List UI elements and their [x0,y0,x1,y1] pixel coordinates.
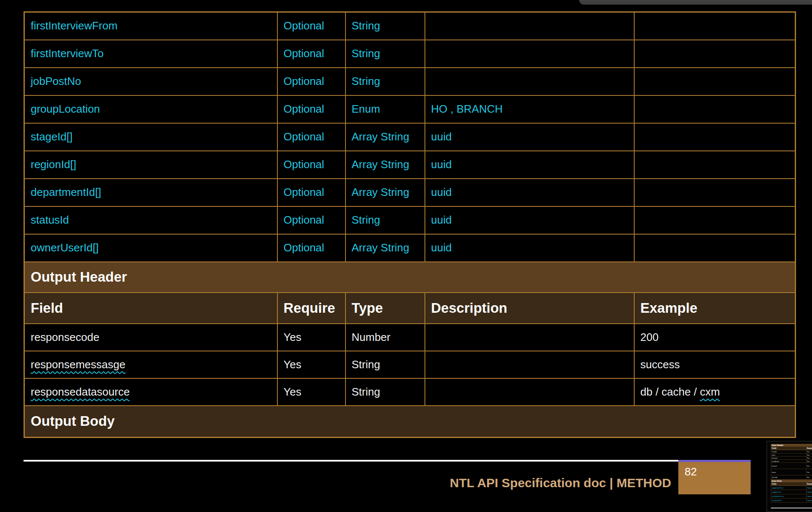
example-cell: 200 [634,324,796,351]
example-cell [634,234,796,262]
thumbnail-value: Require [806,482,812,486]
require-cell: Optional [277,151,345,179]
thumbnail-header-row: FieldRequire [771,446,812,450]
field-cell: firstInterviewFrom [24,12,277,40]
field-cell: statusId [24,206,277,234]
type-cell: Array String [345,123,425,151]
description-cell: HO , BRANCH [425,95,634,123]
require-cell: Yes [277,378,345,406]
field-cell: firstInterviewTo [24,40,277,68]
thumbnail-value: Optional [806,494,812,499]
column-header-description: Description [425,293,634,324]
thumbnail-field: clientId [771,475,806,480]
require-cell: Optional [277,179,345,206]
example-cell [634,12,796,40]
table-row-input: firstInterviewFromOptionalString [24,12,796,40]
table-row-output: responsedatasourceYesStringdb / cache / … [24,378,796,406]
example-cell [634,151,796,179]
column-header-type: Type [345,293,425,324]
type-cell: Array String [345,234,425,262]
thumbnail-field: forward [771,457,806,459]
table-row-input: groupLocationOptionalEnumHO , BRANCH [24,95,796,123]
page-number-box: 82 [678,460,751,494]
type-cell: String [345,351,425,378]
example-cell [634,95,796,123]
table-row-input: ownerUserId[]OptionalArray Stringuuid [24,234,796,262]
thumbnail-data-row: referYes [771,454,812,457]
example-cell [634,68,796,95]
api-spec-table-body: firstInterviewFromOptionalStringfirstInt… [24,12,796,438]
thumbnail-header-row: FieldRequire [771,482,812,486]
field-cell: responsemessasge [24,351,277,378]
thumbnail-value: Optional [806,490,812,494]
require-cell: Optional [277,12,345,40]
thumbnail-data-row: applyDateToOptional [771,490,812,494]
field-cell: ownerUserId[] [24,234,277,262]
description-cell: uuid [425,151,634,179]
section-output-header: Output Header [24,262,796,293]
thumbnail-field: token [771,469,806,475]
thumbnail-value: Yes [806,457,812,459]
thumbnail-data-row: applyDateFromOptional [771,486,812,490]
thumbnail-field: applyDateTo [771,490,806,494]
thumbnail-data-row: branchYes [771,463,812,469]
description-cell: uuid [425,123,634,151]
require-cell: Optional [277,234,345,262]
require-cell: Optional [277,68,345,95]
thumbnail-field: lastUpdateTo [771,499,806,503]
thumbnail-data-row: senderYes [771,450,812,454]
thumbnail-value: Yes [806,469,812,475]
field-cell: responsedatasource [24,378,277,406]
table-row-input: departmentId[]OptionalArray Stringuuid [24,179,796,206]
field-cell: stageId[] [24,123,277,151]
column-header-row: FieldRequireTypeDescriptionExample [24,293,796,324]
require-cell: Optional [277,123,345,151]
page-thumbnail[interactable]: Input HeaderFieldRequiresenderYesreferYe… [767,441,812,512]
type-cell: String [345,40,425,68]
document-page: { "colors": { "background": "#000000", "… [0,0,812,512]
table-row-input: regionId[]OptionalArray Stringuuid [24,151,796,179]
example-cell [634,179,796,206]
description-cell [425,378,634,406]
section-output-body-label: Output Body [24,406,796,438]
example-cell [634,40,796,68]
page-thumbnail-content: Input HeaderFieldRequiresenderYesreferYe… [771,444,812,503]
example-cell: db / cache / cxm [634,378,796,406]
field-cell: responsecode [24,324,277,351]
example-cell [634,206,796,234]
thumbnail-field: sendDate [771,460,806,463]
section-output-header-label: Output Header [24,262,796,293]
thumbnail-value: Yes [806,450,812,453]
thumbnail-value: Yes [806,460,812,463]
thumbnail-data-row: sendDateYes [771,460,812,463]
thumbnail-value: Yes [806,463,812,469]
description-cell [425,351,634,378]
footer-title: NTL API Specification doc | METHOD [450,476,671,490]
description-cell: uuid [425,234,634,262]
thumbnail-value: Require [806,446,812,450]
thumbnail-field: lastUpdateFrom [771,494,806,499]
type-cell: String [345,378,425,406]
api-spec-table: firstInterviewFromOptionalStringfirstInt… [24,11,796,438]
thumbnail-data-row: lastUpdateFromOptional [771,494,812,499]
thumbnail-value: Yes [806,475,812,480]
thumbnail-data-row: tokenYes [771,469,812,475]
type-cell: Array String [345,179,425,206]
thumbnail-field: branch [771,463,806,469]
footer-divider-line [24,460,678,462]
thumbnail-field: Field [771,482,806,486]
thumbnail-scrollbar[interactable] [771,507,812,509]
type-cell: String [345,12,425,40]
thumbnail-field: refer [771,454,806,457]
require-cell: Yes [277,351,345,378]
table-row-input: firstInterviewToOptionalString [24,40,796,68]
table-row-input: stageId[]OptionalArray Stringuuid [24,123,796,151]
field-cell: jobPostNo [24,68,277,95]
require-cell: Optional [277,95,345,123]
thumbnail-data-row: clientIdYes [771,475,812,480]
thumbnail-value: Yes [806,454,812,457]
thumbnail-value: Optional [806,499,812,503]
column-header-example: Example [634,293,796,324]
thumbnail-value: Optional [806,486,812,490]
example-cell [634,123,796,151]
